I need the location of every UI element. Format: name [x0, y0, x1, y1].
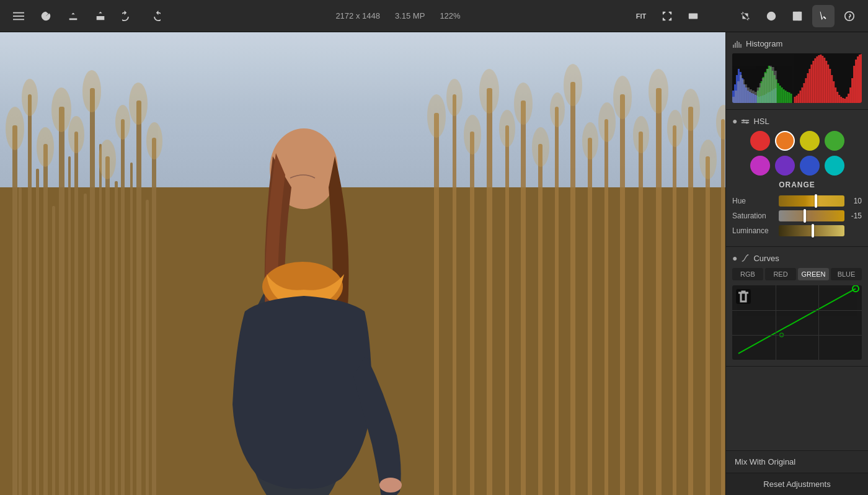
- svg-rect-136: [807, 73, 808, 103]
- image-area[interactable]: [0, 32, 725, 495]
- image-megapixels: 3.15 MP: [395, 11, 425, 20]
- tab-blue[interactable]: BLUE: [831, 268, 862, 280]
- redo-button[interactable]: [144, 5, 166, 27]
- svg-rect-84: [740, 44, 742, 48]
- svg-rect-144: [822, 56, 823, 103]
- svg-rect-175: [755, 92, 757, 103]
- svg-rect-123: [781, 87, 783, 103]
- svg-rect-140: [814, 58, 816, 103]
- help-button[interactable]: [838, 5, 861, 27]
- svg-rect-178: [762, 78, 764, 103]
- mix-with-original-button[interactable]: Mix With Original: [726, 450, 868, 473]
- svg-rect-180: [767, 69, 769, 103]
- undo-button[interactable]: [117, 5, 139, 27]
- hue-slider-thumb[interactable]: [815, 194, 817, 208]
- hue-value: 10: [844, 197, 862, 205]
- svg-rect-138: [810, 65, 812, 103]
- panel-button[interactable]: [786, 5, 808, 27]
- hue-label: Hue: [732, 197, 779, 205]
- svg-rect-149: [831, 75, 833, 103]
- photo-placeholder: [0, 32, 725, 495]
- svg-rect-159: [849, 87, 851, 103]
- svg-rect-121: [777, 83, 779, 103]
- selected-color-label: ORANGE: [732, 181, 862, 189]
- svg-rect-132: [799, 91, 801, 103]
- svg-rect-139: [812, 61, 814, 103]
- fullscreen-button[interactable]: [656, 5, 678, 27]
- hsl-header: ● HSL: [732, 116, 862, 126]
- svg-rect-161: [853, 66, 855, 103]
- svg-rect-133: [801, 87, 803, 103]
- hue-slider-track[interactable]: [779, 195, 844, 207]
- select-button[interactable]: [812, 5, 835, 27]
- svg-rect-122: [779, 86, 781, 103]
- share-button[interactable]: [89, 5, 112, 27]
- topbar: 2172 x 1448 3.15 MP 122% FIT: [0, 0, 868, 32]
- hue-slider-row: Hue 10: [732, 195, 862, 207]
- svg-rect-146: [825, 61, 827, 103]
- compare-button[interactable]: [708, 5, 730, 27]
- overlay-button[interactable]: [682, 5, 704, 27]
- luminance-slider-thumb[interactable]: [812, 224, 814, 238]
- color-dot-red[interactable]: [750, 131, 770, 151]
- svg-rect-81: [735, 43, 736, 48]
- histogram-icon: [732, 38, 742, 48]
- history-button[interactable]: [35, 5, 57, 27]
- color-dot-green[interactable]: [825, 131, 844, 151]
- svg-rect-164: [859, 55, 861, 103]
- clear-curve-button[interactable]: [736, 289, 751, 304]
- svg-rect-131: [797, 94, 799, 103]
- svg-rect-126: [787, 92, 789, 103]
- svg-rect-158: [848, 94, 849, 103]
- reset-adjustments-button[interactable]: Reset Adjustments: [726, 473, 868, 495]
- curves-graph[interactable]: [732, 285, 862, 360]
- svg-rect-176: [757, 87, 760, 103]
- topbar-left-tools: [7, 5, 166, 27]
- hsl-icon: [741, 117, 750, 125]
- color-dot-orange[interactable]: [775, 131, 795, 151]
- crop-button[interactable]: [734, 5, 756, 27]
- histogram-canvas: [732, 53, 862, 103]
- color-dot-cyan[interactable]: [825, 156, 844, 176]
- color-dot-purple[interactable]: [750, 156, 770, 176]
- circle-button[interactable]: [760, 5, 782, 27]
- color-dot-blue[interactable]: [800, 156, 820, 176]
- svg-rect-129: [794, 97, 796, 103]
- tab-green[interactable]: GREEN: [798, 268, 829, 280]
- curves-icon: [741, 254, 750, 262]
- svg-point-4: [768, 12, 776, 20]
- saturation-slider-thumb[interactable]: [804, 209, 806, 223]
- export-button[interactable]: [62, 5, 84, 27]
- svg-rect-82: [737, 41, 738, 48]
- topbar-center-info: 2172 x 1448 3.15 MP 122%: [171, 11, 625, 20]
- svg-rect-174: [752, 91, 755, 103]
- svg-rect-135: [805, 78, 807, 103]
- topbar-right-tools: FIT: [630, 5, 861, 27]
- curves-svg: [732, 285, 862, 360]
- fit-button[interactable]: FIT: [630, 5, 652, 27]
- saturation-slider-track[interactable]: [779, 210, 844, 221]
- grid-v2: [818, 285, 819, 360]
- tab-rgb[interactable]: RGB: [732, 268, 763, 280]
- panel-footer: Mix With Original Reset Adjustments: [726, 450, 868, 495]
- svg-rect-83: [738, 42, 740, 48]
- curves-header: ● Curves: [732, 253, 862, 263]
- svg-rect-166: [732, 97, 735, 103]
- svg-rect-124: [783, 89, 785, 103]
- histogram-section: Histogram: [726, 32, 868, 110]
- color-dot-violet[interactable]: [775, 156, 795, 176]
- svg-rect-163: [857, 56, 859, 103]
- luminance-slider-track[interactable]: [779, 225, 844, 236]
- histogram-header: Histogram: [732, 38, 862, 48]
- svg-rect-151: [835, 87, 836, 103]
- svg-rect-160: [851, 78, 853, 103]
- svg-rect-179: [764, 73, 767, 103]
- svg-rect-147: [827, 65, 829, 103]
- tab-red[interactable]: RED: [765, 268, 796, 280]
- svg-rect-80: [733, 45, 734, 48]
- color-dot-yellow[interactable]: [800, 131, 820, 151]
- menu-button[interactable]: [7, 5, 30, 27]
- svg-rect-2: [13, 19, 24, 20]
- svg-rect-162: [855, 60, 857, 103]
- right-panel: Histogram: [725, 32, 868, 495]
